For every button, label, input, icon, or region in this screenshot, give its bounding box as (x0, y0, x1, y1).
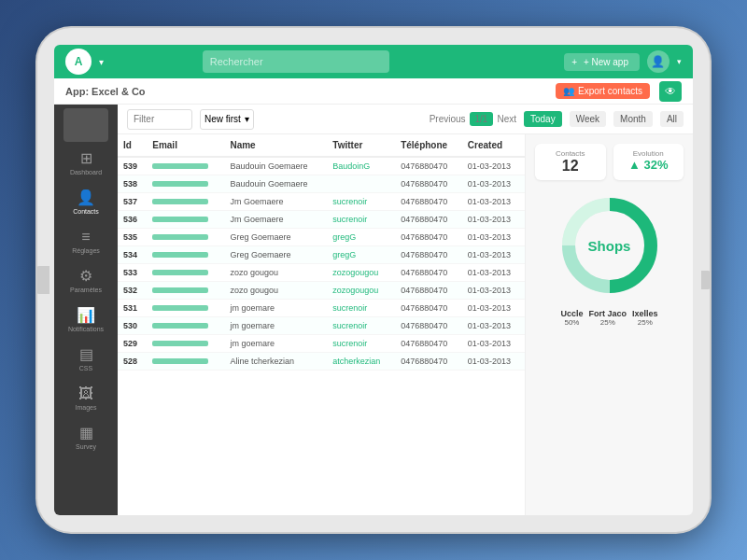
all-button[interactable]: All (660, 111, 684, 127)
cell-created: 01-03-2013 (462, 157, 525, 175)
cell-phone: 0476880470 (395, 264, 462, 282)
cell-twitter (327, 175, 395, 193)
table-row[interactable]: 537 Jm Goemаere sucrenoir 0476880470 01-… (118, 193, 525, 211)
cell-phone: 0476880470 (395, 317, 462, 335)
cell-email (147, 353, 224, 371)
cell-twitter: zozogougou (327, 282, 395, 300)
table-row[interactable]: 532 zozo gougou zozogougou 0476880470 01… (118, 282, 525, 300)
cell-email (147, 175, 224, 193)
eye-button[interactable]: 👁 (659, 81, 682, 102)
cell-id: 534 (118, 246, 147, 264)
app-logo[interactable]: A (65, 49, 92, 75)
sidebar-item-images[interactable]: 🖼 Images (54, 379, 118, 418)
cell-created: 01-03-2013 (462, 317, 525, 335)
page-current: 1/1 (470, 112, 494, 126)
table-widget-area: Id Email Name Twitter Téléphone Created … (118, 134, 693, 515)
gear-icon: ⚙ (79, 269, 92, 284)
cell-id: 529 (118, 335, 147, 353)
cell-created: 01-03-2013 (462, 300, 525, 317)
sort-dropdown[interactable]: New first ▾ (200, 109, 254, 130)
cell-id: 538 (118, 175, 147, 193)
cell-created: 01-03-2013 (462, 353, 525, 371)
cell-created: 01-03-2013 (462, 335, 525, 353)
tablet-right-button (701, 271, 711, 289)
cell-phone: 0476880470 (395, 175, 462, 193)
css-icon: ▤ (79, 347, 93, 362)
cell-name: jm goemare (224, 300, 327, 317)
cell-phone: 0476880470 (395, 335, 462, 353)
new-app-button[interactable]: + + New app (564, 53, 640, 71)
cell-phone: 0476880470 (395, 193, 462, 211)
cell-email (147, 282, 224, 300)
cell-email (147, 264, 224, 282)
cell-name: Jm Goemаere (224, 211, 327, 229)
export-icon: 👥 (563, 86, 574, 96)
cell-created: 01-03-2013 (462, 193, 525, 211)
user-icon: 👤 (651, 55, 665, 68)
images-icon: 🖼 (78, 386, 93, 401)
legend-fortjaco: Fort Jaco 25% (588, 309, 627, 327)
cell-twitter: atcherkezian (327, 353, 395, 371)
eye-icon: 👁 (665, 85, 676, 98)
cell-created: 01-03-2013 (462, 211, 525, 229)
month-button[interactable]: Month (613, 111, 653, 127)
table-row[interactable]: 534 Greg Goemаere gregG 0476880470 01-03… (118, 246, 525, 264)
col-header-created: Created (462, 134, 525, 157)
table-row[interactable]: 538 Baudouin Goemаere 0476880470 01-03-2… (118, 175, 525, 193)
table-row[interactable]: 529 jm goemare sucrenoir 0476880470 01-0… (118, 335, 525, 353)
donut-chart: Shops (554, 189, 666, 301)
cell-twitter: sucrenoir (327, 300, 395, 317)
evolution-label: Evolution (621, 149, 677, 158)
col-header-email: Email (147, 134, 224, 157)
pagination: Previous 1/1 Next (430, 112, 516, 126)
next-page-button[interactable]: Next (497, 114, 516, 124)
today-button[interactable]: Today (524, 111, 562, 127)
cell-id: 532 (118, 282, 147, 300)
tablet-home-button[interactable] (36, 266, 49, 294)
filter-input[interactable] (127, 109, 192, 130)
evolution-arrow-icon: ▲ (628, 158, 641, 172)
evolution-stat-box: Evolution ▲ 32% (613, 144, 684, 180)
cell-email (147, 246, 224, 264)
contacts-table-container: Id Email Name Twitter Téléphone Created … (118, 134, 525, 515)
export-contacts-button[interactable]: 👥 Export contacts (556, 83, 650, 99)
cell-twitter: sucrenoir (327, 211, 395, 229)
donut-legend: Uccle 50% Fort Jaco 25% Ixelles 25% (560, 309, 657, 327)
sidebar: ⊞ Dashboard 👤 Contacts ≡ Réglages ⚙ Para… (54, 105, 118, 515)
cell-name: Jm Goemаere (224, 193, 327, 211)
table-row[interactable]: 528 Aline tcherkezian atcherkezian 04768… (118, 353, 525, 371)
table-row[interactable]: 533 zozo gougou zozogougou 0476880470 01… (118, 264, 525, 282)
top-bar: A ▾ + + New app 👤 ▾ (54, 45, 693, 78)
week-button[interactable]: Week (570, 111, 606, 127)
sidebar-item-reglages[interactable]: ≡ Réglages (54, 222, 118, 261)
cell-twitter: sucrenoir (327, 335, 395, 353)
legend-uccle: Uccle 50% (560, 309, 583, 327)
cell-twitter: sucrenoir (327, 317, 395, 335)
cell-created: 01-03-2013 (462, 246, 525, 264)
cell-id: 536 (118, 211, 147, 229)
cell-id: 537 (118, 193, 147, 211)
cell-email (147, 335, 224, 353)
cell-name: jm goemare (224, 335, 327, 353)
top-bar-actions: + + New app 👤 ▾ (564, 50, 682, 73)
avatar[interactable]: 👤 (647, 50, 669, 73)
table-row[interactable]: 531 jm goemare sucrenoir 0476880470 01-0… (118, 300, 525, 317)
sidebar-item-css[interactable]: ▤ CSS (54, 340, 118, 379)
tablet: A ▾ + + New app 👤 ▾ App: Excel & Co (37, 28, 710, 532)
sidebar-item-notifications[interactable]: 📊 Notifications (54, 301, 118, 340)
sidebar-item-dashboard[interactable]: ⊞ Dashboard (54, 144, 118, 183)
cell-twitter: BaudoinG (327, 157, 395, 175)
table-row[interactable]: 536 Jm Goemаere sucrenoir 0476880470 01-… (118, 211, 525, 229)
sidebar-item-contacts[interactable]: 👤 Contacts (54, 183, 118, 222)
search-input[interactable] (210, 56, 382, 67)
prev-page-button[interactable]: Previous (430, 114, 466, 124)
table-row[interactable]: 539 Baudouin Goemаere BaudoinG 047688047… (118, 157, 525, 175)
cell-id: 528 (118, 353, 147, 371)
table-row[interactable]: 535 Greg Goemаere gregG 0476880470 01-03… (118, 229, 525, 246)
sort-chevron-icon: ▾ (245, 114, 249, 124)
search-bar[interactable] (203, 50, 389, 73)
sidebar-item-parametres[interactable]: ⚙ Paramètes (54, 261, 118, 301)
donut-label: Shops (588, 238, 631, 254)
table-row[interactable]: 530 jm goemare sucrenoir 0476880470 01-0… (118, 317, 525, 335)
sidebar-item-survey[interactable]: ▦ Survey (54, 418, 118, 457)
